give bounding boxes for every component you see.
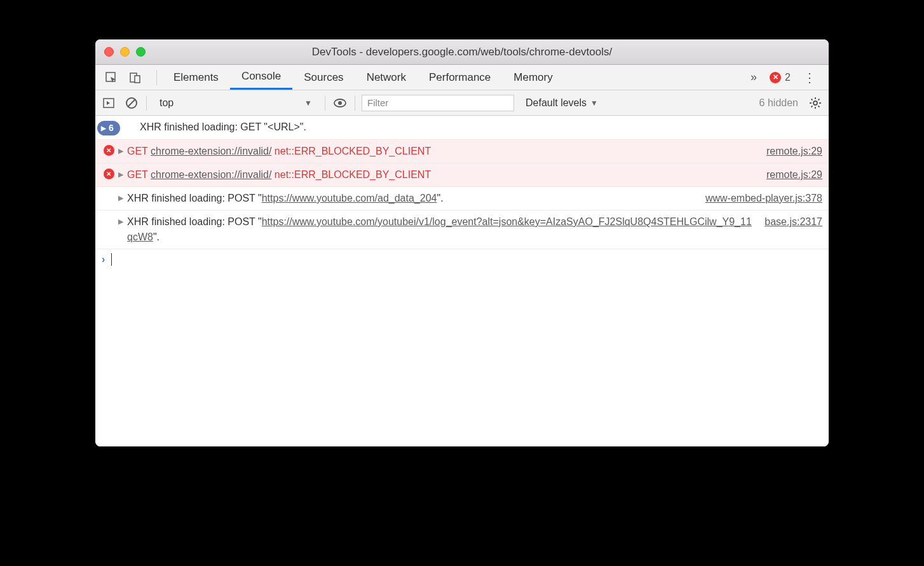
group-badge[interactable]: ▶ 6 bbox=[97, 121, 120, 135]
context-value: top bbox=[160, 97, 173, 109]
more-tabs-icon[interactable]: » bbox=[747, 71, 761, 85]
separator bbox=[146, 95, 147, 111]
traffic-lights bbox=[104, 47, 146, 57]
log-message: XHR finished loading: GET "<URL>". bbox=[118, 120, 822, 135]
log-icon-col bbox=[102, 167, 116, 179]
window-close-button[interactable] bbox=[104, 47, 114, 57]
chevron-down-icon: ▼ bbox=[304, 99, 312, 107]
prompt-caret-icon: › bbox=[102, 254, 105, 265]
group-count: 6 bbox=[109, 121, 114, 135]
log-prefix: XHR finished loading: POST " bbox=[127, 193, 262, 204]
chevron-right-icon: ▶ bbox=[101, 123, 106, 133]
filter-input[interactable] bbox=[362, 95, 514, 111]
console-toolbar: top ▼ Default levels ▼ 6 hidden bbox=[95, 90, 829, 116]
expand-icon[interactable]: ▶ bbox=[118, 214, 125, 227]
log-message: GET chrome-extension://invalid/ net::ERR… bbox=[127, 144, 759, 159]
log-row-error[interactable]: ▶ GET chrome-extension://invalid/ net::E… bbox=[95, 140, 829, 163]
tab-network[interactable]: Network bbox=[355, 65, 418, 90]
log-source-link[interactable]: remote.js:29 bbox=[759, 167, 822, 183]
tabs-bar: Elements Console Sources Network Perform… bbox=[95, 65, 829, 90]
error-text: net::ERR_BLOCKED_BY_CLIENT bbox=[275, 169, 431, 180]
expand-icon[interactable]: ▶ bbox=[118, 167, 125, 180]
error-icon bbox=[770, 72, 781, 83]
text-cursor bbox=[111, 253, 112, 266]
log-suffix: ". bbox=[153, 231, 160, 242]
svg-point-8 bbox=[813, 101, 817, 105]
log-row-info[interactable]: ▶ XHR finished loading: POST "https://ww… bbox=[95, 211, 829, 249]
toolbar-right: 6 hidden bbox=[759, 95, 824, 111]
log-row-grouped[interactable]: ▶ 6 XHR finished loading: GET "<URL>". bbox=[95, 116, 829, 140]
request-url[interactable]: https://www.youtube.com/ad_data_204 bbox=[262, 193, 437, 204]
log-icon-col bbox=[102, 191, 116, 192]
context-selector[interactable]: top ▼ bbox=[153, 97, 318, 109]
error-count: 2 bbox=[785, 72, 791, 83]
kebab-menu-icon[interactable]: ⋮ bbox=[799, 70, 820, 85]
devtools-window: DevTools - developers.google.com/web/too… bbox=[95, 39, 829, 446]
hidden-count[interactable]: 6 hidden bbox=[759, 97, 798, 109]
tabs-right: » 2 ⋮ bbox=[747, 70, 824, 85]
log-message: GET chrome-extension://invalid/ net::ERR… bbox=[127, 167, 759, 183]
log-icon-col: ▶ 6 bbox=[102, 120, 116, 135]
http-method: GET bbox=[127, 146, 148, 156]
console-prompt[interactable]: › bbox=[95, 249, 829, 270]
expand-icon[interactable]: ▶ bbox=[118, 144, 125, 156]
window-title: DevTools - developers.google.com/web/too… bbox=[312, 46, 612, 59]
svg-point-7 bbox=[338, 101, 342, 105]
log-levels-selector[interactable]: Default levels ▼ bbox=[520, 97, 603, 109]
sidebar-toggle-icon[interactable] bbox=[100, 95, 117, 111]
console-output: ▶ 6 XHR finished loading: GET "<URL>". ▶… bbox=[95, 116, 829, 446]
window-minimize-button[interactable] bbox=[120, 47, 130, 57]
inspect-element-icon[interactable] bbox=[104, 71, 118, 85]
separator bbox=[325, 95, 325, 111]
svg-rect-2 bbox=[135, 76, 140, 83]
eye-icon[interactable] bbox=[332, 95, 348, 111]
log-source-link[interactable]: remote.js:29 bbox=[759, 144, 822, 159]
log-source-link[interactable]: base.js:2317 bbox=[757, 214, 822, 245]
log-icon-col bbox=[102, 144, 116, 156]
clear-console-icon[interactable] bbox=[123, 95, 140, 111]
error-text: net::ERR_BLOCKED_BY_CLIENT bbox=[275, 146, 431, 156]
error-badge[interactable]: 2 bbox=[770, 72, 791, 83]
separator bbox=[156, 70, 157, 85]
log-row-info[interactable]: ▶ XHR finished loading: POST "https://ww… bbox=[95, 187, 829, 211]
log-row-error[interactable]: ▶ GET chrome-extension://invalid/ net::E… bbox=[95, 163, 829, 187]
tabs-list: Elements Console Sources Network Perform… bbox=[162, 65, 564, 90]
tabs-left-icons bbox=[100, 71, 151, 85]
titlebar: DevTools - developers.google.com/web/too… bbox=[95, 39, 829, 65]
tab-performance[interactable]: Performance bbox=[418, 65, 502, 90]
log-prefix: XHR finished loading: POST " bbox=[127, 216, 262, 227]
window-maximize-button[interactable] bbox=[136, 47, 146, 57]
svg-line-5 bbox=[128, 99, 135, 107]
request-url[interactable]: chrome-extension://invalid/ bbox=[151, 146, 271, 156]
tab-console[interactable]: Console bbox=[230, 65, 292, 90]
request-url[interactable]: chrome-extension://invalid/ bbox=[151, 169, 271, 180]
tab-memory[interactable]: Memory bbox=[502, 65, 564, 90]
chevron-down-icon: ▼ bbox=[590, 99, 598, 107]
log-message: XHR finished loading: POST "https://www.… bbox=[127, 214, 757, 245]
tab-sources[interactable]: Sources bbox=[292, 65, 355, 90]
error-icon bbox=[104, 145, 114, 156]
device-toolbar-icon[interactable] bbox=[128, 71, 142, 85]
error-icon bbox=[104, 169, 114, 179]
tab-elements[interactable]: Elements bbox=[162, 65, 230, 90]
log-message: XHR finished loading: POST "https://www.… bbox=[127, 191, 698, 206]
log-suffix: ". bbox=[437, 193, 443, 204]
log-icon-col bbox=[102, 214, 116, 216]
log-source-link[interactable]: www-embed-player.js:378 bbox=[698, 191, 822, 206]
levels-label: Default levels bbox=[526, 97, 587, 109]
gear-icon[interactable] bbox=[807, 95, 824, 111]
separator bbox=[355, 95, 355, 111]
http-method: GET bbox=[127, 169, 148, 180]
expand-icon[interactable]: ▶ bbox=[118, 191, 125, 204]
